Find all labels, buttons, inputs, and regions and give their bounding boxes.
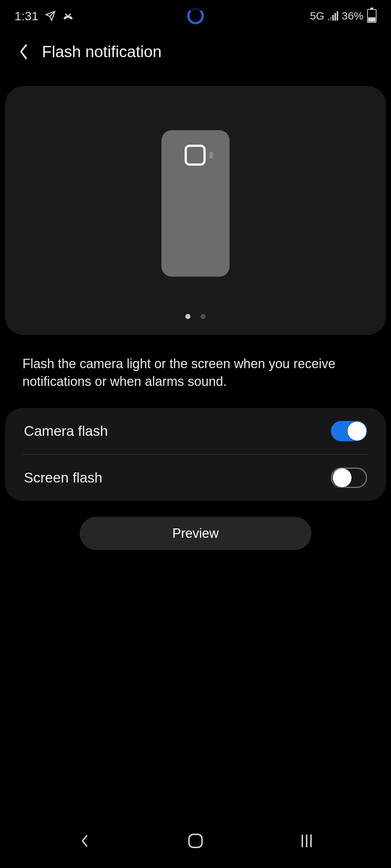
camera-flash-toggle[interactable] [331, 421, 367, 441]
navigation-bar [0, 821, 391, 868]
illustration-card[interactable] [5, 86, 386, 335]
pager-dot-1[interactable] [185, 314, 190, 319]
screen-flash-label: Screen flash [24, 470, 102, 486]
phone-back-illustration [161, 130, 230, 277]
nav-back-button[interactable] [63, 828, 106, 854]
description-text: Flash the camera light or the screen whe… [0, 335, 391, 408]
loading-spinner-icon [187, 8, 204, 24]
status-right: 5G 36% [310, 9, 377, 23]
back-button[interactable] [14, 43, 33, 61]
svg-rect-0 [189, 834, 202, 847]
battery-icon [367, 9, 377, 23]
camera-flash-icon [209, 152, 213, 158]
recents-icon [298, 833, 315, 849]
network-label: 5G [310, 10, 324, 22]
screen-flash-toggle[interactable] [331, 468, 367, 488]
page-title: Flash notification [42, 43, 161, 61]
pager-dot-2[interactable] [201, 314, 206, 319]
screen-flash-row[interactable]: Screen flash [5, 455, 386, 501]
chevron-left-icon [78, 833, 91, 849]
camera-flash-row[interactable]: Camera flash [5, 408, 386, 454]
send-icon [45, 10, 56, 21]
preview-button[interactable]: Preview [80, 517, 311, 550]
battery-pct: 36% [342, 10, 363, 22]
camera-flash-label: Camera flash [24, 423, 108, 439]
status-bar: 1:31 5G 36% [0, 0, 391, 32]
pager-dots [5, 314, 386, 319]
status-left: 1:31 [14, 9, 74, 23]
app-bar: Flash notification [0, 32, 391, 72]
nav-recents-button[interactable] [285, 828, 328, 854]
nav-home-button[interactable] [174, 828, 217, 854]
home-icon [187, 832, 204, 850]
missed-call-icon [62, 10, 74, 22]
settings-group: Camera flash Screen flash [5, 408, 386, 501]
chevron-left-icon [17, 43, 30, 60]
status-time: 1:31 [14, 9, 38, 23]
camera-lens-icon [185, 145, 206, 166]
signal-icon [328, 11, 338, 21]
